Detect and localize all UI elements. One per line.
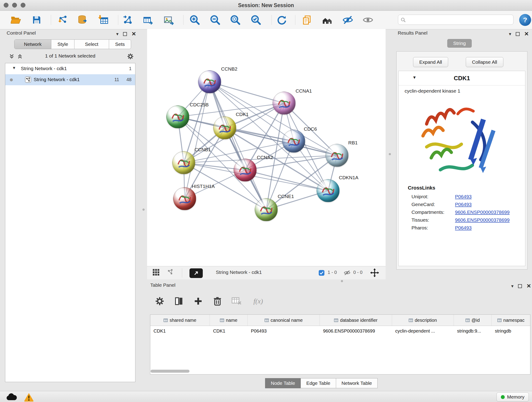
column-header-shared-name[interactable]: shared name [150, 315, 210, 326]
memory-button[interactable]: Memory [496, 392, 529, 402]
tab-style[interactable]: Style [51, 40, 75, 49]
tab-sets[interactable]: Sets [109, 40, 131, 49]
network-node-CCNE1[interactable] [255, 198, 278, 221]
apply-layout-icon[interactable] [275, 13, 288, 26]
help-glyph: ? [523, 16, 527, 24]
close-panel-icon[interactable]: ✕ [132, 31, 136, 37]
collection-label: String Network - cdk1 [21, 66, 67, 71]
network-node-CDC25B[interactable] [166, 105, 189, 128]
network-row[interactable]: String Network - cdk1 11 48 [5, 74, 135, 85]
left-splitter-handle[interactable] [143, 209, 145, 211]
column-header-id[interactable]: @id [454, 315, 492, 326]
collapse-all-button[interactable]: Collapse All [466, 57, 503, 67]
float-panel-icon[interactable] [516, 32, 520, 36]
expand-all-button[interactable]: Expand All [413, 57, 448, 67]
network-node-CCNA1[interactable] [273, 92, 296, 115]
network-node-CDKN1A[interactable] [317, 179, 340, 202]
tab-select[interactable]: Select [75, 40, 109, 49]
network-node-HIST1H1A[interactable] [173, 187, 196, 210]
cell-shared-name[interactable]: CDK1 [150, 326, 210, 337]
right-splitter-handle[interactable] [389, 153, 391, 155]
network-canvas[interactable]: CCNB2CCNA1CDC25BCDK1CDC6RB1CCNB1CCNA2CDK… [147, 29, 386, 266]
show-columns-icon[interactable] [173, 295, 185, 307]
close-panel-icon[interactable]: ✕ [526, 283, 531, 289]
crosslink-link[interactable]: P06493 [455, 225, 472, 230]
function-builder-icon[interactable]: f(x) [250, 295, 266, 307]
birdseye-grid-icon[interactable] [152, 268, 160, 276]
show-graphics-details-icon[interactable] [361, 13, 374, 26]
open-in-new-window-icon[interactable] [190, 268, 203, 278]
create-column-icon[interactable] [192, 295, 204, 307]
copy-icon[interactable] [300, 13, 313, 26]
help-button[interactable]: ? [519, 14, 531, 26]
network-node-CCNB1[interactable] [172, 151, 195, 174]
network-node-CCNA2[interactable] [234, 159, 257, 182]
cell-description[interactable]: cyclin-dependent ... [392, 326, 454, 337]
search-input[interactable] [408, 15, 512, 24]
crosslink-link[interactable]: 9606.ENSP00000378699 [455, 210, 510, 215]
table-row[interactable]: CDK1 CDK1 P06493 9606.ENSP00000378699 cy… [150, 326, 530, 337]
gene-disclosure-icon[interactable]: ▼ [412, 75, 417, 80]
cell-database-identifier[interactable]: 9606.ENSP00000378699 [320, 326, 392, 337]
crosslink-link[interactable]: P06493 [455, 194, 472, 199]
crosslink-link[interactable]: P06493 [455, 202, 472, 207]
zoom-fit-content-icon[interactable] [229, 13, 242, 26]
column-header-database-identifier[interactable]: database identifier [320, 315, 392, 326]
crosslink-link[interactable]: 9606.ENSP00000378699 [455, 217, 510, 223]
cell-name[interactable]: CDK1 [210, 326, 248, 337]
import-table-icon[interactable] [97, 13, 110, 26]
hide-annotations-icon[interactable] [341, 13, 354, 26]
float-panel-icon[interactable] [123, 32, 127, 36]
warning-icon[interactable] [24, 392, 34, 402]
pan-crosshair-icon[interactable] [370, 268, 380, 278]
float-panel-icon[interactable] [518, 284, 522, 288]
minimize-window-button[interactable] [12, 3, 17, 7]
title-bar: Session: New Session [0, 0, 532, 11]
hidden-eye-slash-icon[interactable] [344, 270, 351, 276]
network-node-CDK1[interactable] [213, 116, 236, 139]
save-session-icon[interactable] [30, 13, 43, 26]
delete-column-trash-icon[interactable] [212, 295, 223, 307]
import-network-from-database-icon[interactable] [76, 13, 89, 26]
column-header-name[interactable]: name [210, 315, 248, 326]
tab-network-table[interactable]: Network Table [336, 378, 378, 388]
collection-disclosure-icon[interactable]: ▼ [12, 66, 16, 70]
column-header-description[interactable]: description [392, 315, 454, 326]
zoom-out-icon[interactable] [209, 13, 222, 26]
options-gear-icon[interactable] [127, 53, 134, 61]
close-window-button[interactable] [4, 3, 8, 7]
column-header-canonical-name[interactable]: canonical name [248, 315, 320, 326]
new-network-table-icon[interactable] [141, 13, 154, 26]
new-network-icon[interactable] [121, 13, 134, 26]
delete-table-icon[interactable] [231, 295, 242, 307]
tab-node-table[interactable]: Node Table [265, 378, 301, 388]
tab-edge-table[interactable]: Edge Table [301, 378, 336, 388]
close-panel-icon[interactable]: ✕ [524, 31, 529, 37]
cell-namespace[interactable]: stringdb [492, 326, 530, 337]
selected-checkbox-icon[interactable] [318, 270, 325, 276]
panel-menu-icon[interactable]: ▾ [511, 283, 513, 289]
panel-menu-icon[interactable]: ▾ [116, 31, 119, 37]
network-node-CCNB2[interactable] [198, 70, 221, 93]
import-network-from-file-icon[interactable] [56, 13, 69, 26]
zoom-in-icon[interactable] [188, 13, 201, 26]
network-overview-icon[interactable] [167, 268, 174, 276]
network-node-CDC6[interactable] [282, 130, 305, 153]
network-collection-row[interactable]: ▼ String Network - cdk1 1 [5, 63, 135, 74]
bottom-splitter-handle[interactable] [341, 280, 343, 282]
horizontal-scrollbar-thumb[interactable] [151, 370, 190, 373]
zoom-window-button[interactable] [21, 3, 25, 7]
cloud-icon[interactable] [6, 393, 17, 402]
column-header-namespace[interactable]: namespac [492, 315, 530, 326]
zoom-selected-icon[interactable] [249, 13, 262, 26]
network-node-RB1[interactable] [326, 144, 348, 167]
panel-menu-icon[interactable]: ▾ [509, 31, 511, 37]
home-icon[interactable] [321, 13, 334, 26]
cell-id[interactable]: stringdb:9... [454, 326, 492, 337]
open-session-icon[interactable] [10, 13, 22, 26]
cell-canonical-name[interactable]: P06493 [248, 326, 320, 337]
table-mode-gear-icon[interactable] [154, 295, 165, 307]
export-image-icon[interactable] [162, 13, 175, 26]
tab-string[interactable]: String [447, 39, 472, 48]
tab-network[interactable]: Network [14, 40, 51, 49]
